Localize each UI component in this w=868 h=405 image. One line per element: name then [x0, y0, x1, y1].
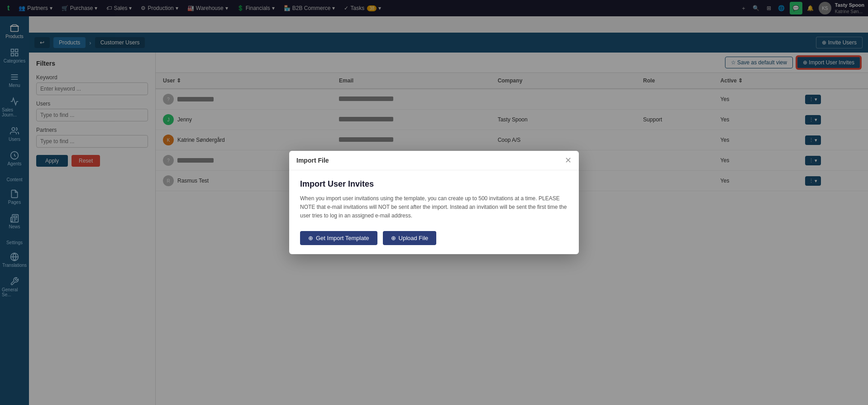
modal-section-title: Import User Invites: [300, 179, 568, 189]
upload-file-button[interactable]: ⊕ Upload File: [383, 231, 437, 245]
modal-header: Import File ✕: [289, 151, 579, 170]
modal-actions: ⊕ Get Import Template ⊕ Upload File: [300, 231, 568, 245]
modal-title: Import File: [296, 157, 329, 164]
modal-overlay[interactable]: Import File ✕ Import User Invites When y…: [0, 0, 868, 405]
get-template-button[interactable]: ⊕ Get Import Template: [300, 231, 377, 245]
modal-description: When you import user invitations using t…: [300, 194, 568, 221]
import-file-modal: Import File ✕ Import User Invites When y…: [289, 151, 579, 255]
modal-body: Import User Invites When you import user…: [289, 170, 579, 255]
modal-close-button[interactable]: ✕: [565, 156, 572, 164]
